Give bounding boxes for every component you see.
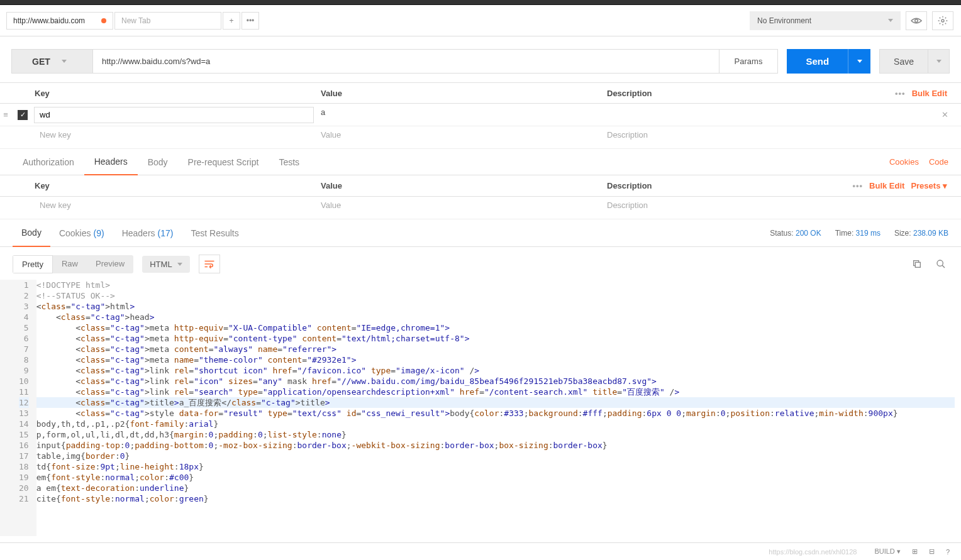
param-desc-input[interactable] bbox=[600, 107, 942, 123]
copy-icon[interactable] bbox=[909, 256, 925, 272]
watermark: https://blog.csdn.net/xhl0128 bbox=[769, 548, 857, 556]
request-tab-1[interactable]: New Tab bbox=[114, 12, 221, 30]
tab-menu-button[interactable]: ••• bbox=[242, 12, 259, 30]
col-value: Value bbox=[321, 89, 607, 98]
footer-icon[interactable]: ⊞ bbox=[912, 547, 918, 556]
tab-body[interactable]: Body bbox=[138, 149, 178, 175]
send-button[interactable]: Send bbox=[787, 49, 848, 74]
chevron-down-icon bbox=[936, 60, 942, 63]
environment-select[interactable]: No Environment bbox=[750, 11, 901, 30]
response-stats: Status: 200 OK Time: 319 ms Size: 238.09… bbox=[770, 229, 948, 238]
col-value: Value bbox=[321, 181, 607, 190]
request-bar: GET Params Send Save bbox=[0, 36, 961, 82]
chevron-down-icon bbox=[177, 263, 182, 266]
request-tab-0[interactable]: http://www.baidu.com bbox=[6, 12, 113, 30]
resp-tab-body[interactable]: Body bbox=[13, 219, 50, 247]
tab-label: New Tab bbox=[121, 16, 150, 25]
request-tabs: Authorization Headers Body Pre-request S… bbox=[0, 149, 961, 175]
help-icon[interactable]: ? bbox=[946, 548, 950, 556]
params-header: Key Value Description ••• Bulk Edit bbox=[0, 82, 961, 104]
more-icon[interactable]: ••• bbox=[895, 89, 906, 98]
param-row-new: New key Value Description bbox=[0, 126, 961, 149]
tab-label: http://www.baidu.com bbox=[13, 16, 85, 25]
param-key-input[interactable] bbox=[34, 107, 314, 123]
header-row-new: New key Value Description bbox=[0, 197, 961, 219]
tab-authorization[interactable]: Authorization bbox=[13, 149, 84, 175]
view-toolbar: Pretty Raw Preview HTML bbox=[0, 247, 961, 280]
method-select[interactable]: GET bbox=[11, 49, 93, 74]
params-button[interactable]: Params bbox=[719, 49, 779, 74]
svg-point-3 bbox=[937, 260, 943, 266]
size-value: 238.09 KB bbox=[913, 229, 948, 238]
dirty-indicator-icon bbox=[101, 18, 106, 23]
bulk-edit-link[interactable]: Bulk Edit bbox=[869, 181, 904, 190]
svg-point-1 bbox=[942, 19, 944, 22]
svg-rect-2 bbox=[915, 262, 920, 267]
resp-tab-headers[interactable]: Headers (17) bbox=[113, 219, 182, 247]
environment-label: No Environment bbox=[757, 16, 811, 25]
cookies-link[interactable]: Cookies bbox=[889, 157, 919, 167]
send-dropdown[interactable] bbox=[848, 49, 870, 74]
param-row: ≡ ✓ a ✕ bbox=[0, 104, 961, 126]
url-input[interactable] bbox=[93, 49, 719, 74]
wrap-lines-button[interactable] bbox=[199, 255, 220, 273]
response-tabs: Body Cookies (9) Headers (17) Test Resul… bbox=[0, 219, 961, 247]
build-label[interactable]: BUILD ▾ bbox=[874, 547, 900, 556]
tab-tests[interactable]: Tests bbox=[269, 149, 309, 175]
chevron-down-icon bbox=[62, 60, 67, 63]
method-label: GET bbox=[32, 57, 50, 67]
param-checkbox[interactable]: ✓ bbox=[11, 110, 34, 120]
resp-tab-tests[interactable]: Test Results bbox=[182, 219, 247, 247]
save-dropdown[interactable] bbox=[928, 49, 950, 74]
code-link[interactable]: Code bbox=[929, 157, 948, 167]
presets-link[interactable]: Presets ▾ bbox=[911, 181, 947, 190]
view-raw[interactable]: Raw bbox=[53, 255, 87, 273]
header-key-placeholder[interactable]: New key bbox=[34, 200, 314, 216]
resp-tab-cookies[interactable]: Cookies (9) bbox=[50, 219, 113, 247]
app-root: http://www.baidu.com New Tab + ••• No En… bbox=[0, 0, 961, 560]
col-description: Description bbox=[607, 181, 852, 190]
search-icon[interactable] bbox=[933, 256, 948, 272]
response-body[interactable]: 123456789101112131415161718192021 <!DOCT… bbox=[0, 280, 961, 542]
footer-icon[interactable]: ⊟ bbox=[929, 547, 935, 556]
status-value: 200 OK bbox=[796, 229, 821, 238]
col-description: Description bbox=[607, 89, 895, 98]
bulk-edit-link[interactable]: Bulk Edit bbox=[912, 89, 947, 98]
delete-row-icon[interactable]: ✕ bbox=[942, 110, 961, 119]
view-mode-segment: Pretty Raw Preview bbox=[13, 255, 133, 273]
chevron-down-icon bbox=[857, 60, 862, 63]
param-value-placeholder[interactable]: Value bbox=[314, 129, 600, 146]
tab-prerequest[interactable]: Pre-request Script bbox=[178, 149, 269, 175]
header-desc-placeholder[interactable]: Description bbox=[600, 200, 961, 216]
headers-header: Key Value Description ••• Bulk Edit Pres… bbox=[0, 175, 961, 197]
svg-point-0 bbox=[915, 19, 918, 22]
more-icon[interactable]: ••• bbox=[852, 181, 863, 190]
window-chrome bbox=[0, 0, 961, 5]
save-button[interactable]: Save bbox=[879, 49, 928, 74]
view-preview[interactable]: Preview bbox=[87, 255, 133, 273]
view-pretty[interactable]: Pretty bbox=[13, 255, 53, 273]
drag-handle-icon[interactable]: ≡ bbox=[0, 110, 11, 119]
tab-bar: http://www.baidu.com New Tab + ••• No En… bbox=[0, 5, 961, 36]
environment-quicklook-button[interactable] bbox=[906, 11, 927, 30]
param-value-input[interactable]: a bbox=[314, 107, 600, 123]
tab-headers[interactable]: Headers bbox=[84, 149, 138, 175]
time-value: 319 ms bbox=[856, 229, 880, 238]
settings-button[interactable] bbox=[932, 11, 953, 30]
param-key-placeholder[interactable]: New key bbox=[34, 129, 314, 146]
format-select[interactable]: HTML bbox=[142, 256, 189, 273]
new-tab-button[interactable]: + bbox=[223, 12, 240, 30]
header-value-placeholder[interactable]: Value bbox=[314, 200, 600, 216]
param-desc-placeholder[interactable]: Description bbox=[600, 129, 961, 146]
col-key: Key bbox=[35, 181, 321, 190]
status-bar: https://blog.csdn.net/xhl0128 BUILD ▾ ⊞ … bbox=[0, 542, 961, 560]
chevron-down-icon bbox=[888, 19, 893, 22]
col-key: Key bbox=[35, 89, 321, 98]
